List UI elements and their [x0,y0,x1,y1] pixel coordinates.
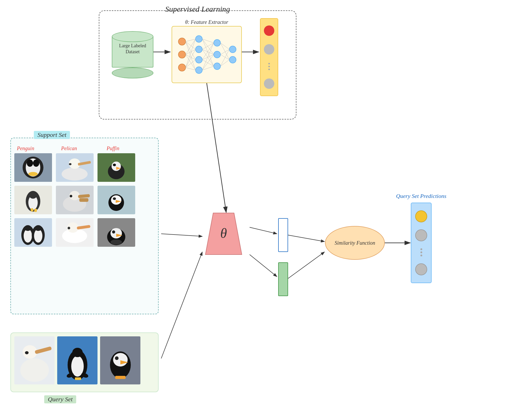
theta-shape: θ [198,208,250,260]
svg-point-9 [214,63,220,70]
svg-point-92 [110,239,122,245]
diagram-container: Supervised Learning Large Labeled Datase… [0,0,520,420]
svg-point-81 [35,225,42,231]
svg-point-86 [68,227,70,229]
svg-point-56 [113,164,116,166]
query-puffin-img [100,336,140,384]
svg-line-41 [220,60,229,66]
svg-point-8 [214,51,220,58]
svg-line-118 [161,234,202,236]
svg-line-36 [220,43,229,49]
svg-point-77 [24,229,32,243]
nn-label: θ: Feature Extractor [172,19,242,25]
puffin-img-1 [98,153,135,182]
penguin-img-2 [14,186,52,214]
pelican-img-2 [56,186,94,214]
svg-point-4 [196,46,202,53]
svg-point-107 [113,353,128,366]
svg-point-94 [20,358,49,382]
svg-point-47 [28,172,38,176]
query-penguin-img [57,336,98,384]
penguin-img-3 [14,218,52,247]
nn-diagram [172,26,242,83]
feature-bar-green [278,262,288,296]
svg-line-35 [202,66,214,70]
svg-line-122 [288,235,324,242]
svg-line-121 [250,255,277,277]
similarity-function: Similarity Function [325,226,385,260]
svg-line-15 [186,42,196,70]
svg-point-45 [27,159,33,167]
svg-point-73 [113,197,116,200]
svg-rect-110 [115,376,126,379]
svg-rect-68 [79,198,88,202]
puffin-img-3 [98,218,135,247]
svg-rect-62 [30,208,34,212]
svg-point-69 [70,195,72,197]
svg-point-1 [178,51,186,58]
puffin-img-2 [98,186,135,214]
query-set-label: Query Set [48,396,73,403]
svg-point-0 [178,38,186,45]
svg-point-11 [229,56,236,63]
svg-point-90 [112,230,115,234]
svg-line-24 [202,39,214,43]
svg-point-3 [196,36,202,42]
svg-point-49 [62,168,88,181]
svg-point-97 [25,351,29,354]
bird-label-pelican: Pelican [61,145,77,151]
bird-label-penguin: Penguin [17,145,34,151]
svg-point-6 [196,67,202,74]
svg-rect-63 [34,209,37,212]
svg-text:θ: θ [220,226,227,241]
svg-point-61 [29,192,37,199]
query-set-predictions-label: Query Set Predictions [395,193,447,199]
supervised-label: Supervised Learning [99,5,296,14]
db-label: Large Labeled Dataset [112,43,153,55]
bird-label-puffin: Puffin [107,145,119,151]
pelican-img-1 [56,153,94,182]
svg-point-7 [214,39,220,46]
query-set-predictions-box [411,203,432,283]
penguin-img-1 [14,153,52,182]
svg-line-27 [202,43,214,49]
svg-point-46 [33,159,39,167]
svg-point-2 [178,64,186,71]
svg-point-78 [24,225,31,231]
svg-point-108 [115,356,119,360]
svg-point-5 [196,56,202,63]
svg-point-72 [111,195,121,205]
svg-point-80 [34,229,42,243]
svg-line-119 [161,252,202,358]
support-label-bg: Support Set [34,131,70,139]
pelican-img-3 [56,218,94,247]
svg-line-32 [202,60,214,66]
svg-line-20 [186,39,196,68]
support-set-label: Support Set [37,131,66,138]
classifier-box [260,18,278,96]
query-pelican-img [14,336,55,384]
svg-line-123 [288,252,324,278]
feature-bar-blue [278,218,288,252]
svg-point-52 [69,163,72,165]
svg-point-10 [229,46,236,53]
svg-point-101 [72,348,83,357]
query-label-bg: Query Set [44,395,76,403]
svg-rect-104 [75,377,81,380]
svg-line-120 [250,227,277,234]
